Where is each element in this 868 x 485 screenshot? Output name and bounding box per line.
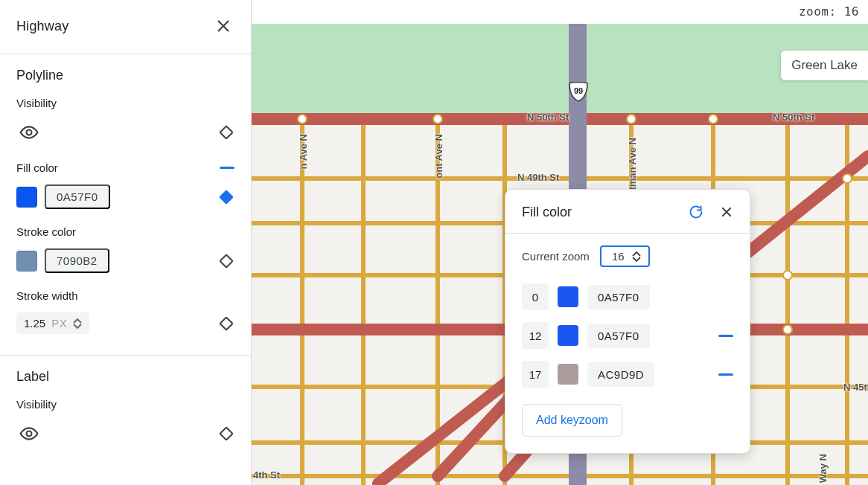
sidebar-header: Highway — [0, 0, 251, 54]
stroke-width-label: Stroke width — [16, 289, 234, 302]
diamond-icon — [219, 316, 234, 331]
fill-color-row: 0A57F0 — [16, 184, 234, 209]
zoom-label-text: zoom: — [799, 4, 837, 19]
strokewidth-keyzoom-toggle[interactable] — [218, 315, 234, 332]
popover-title: Fill color — [522, 205, 572, 220]
intersection-dot — [297, 114, 307, 124]
street-label: N 50th St — [773, 112, 814, 123]
polyline-heading: Polyline — [16, 68, 234, 83]
fill-color-swatch[interactable] — [16, 187, 37, 208]
keyzoom-row: 12 0A57F0 — [522, 322, 733, 349]
diamond-icon — [219, 254, 234, 269]
fill-keyzoom-toggle[interactable] — [218, 189, 234, 205]
intersection-dot — [842, 173, 852, 184]
popover-body: Current zoom 16 0 0A57F0 12 — [505, 234, 750, 453]
street-label: N 50th St — [527, 112, 569, 123]
add-keyzoom-button[interactable]: Add keyzoom — [522, 404, 622, 437]
intersection-dot — [433, 114, 443, 124]
keyzoom-swatch[interactable] — [558, 325, 578, 346]
svg-point-2 — [27, 130, 32, 135]
label-visibility-toggle[interactable] — [16, 421, 42, 446]
stroke-color-hex[interactable]: 7090B2 — [45, 248, 109, 273]
section-polyline: Polyline Visibility Fill color 0A57F0 — [0, 54, 251, 355]
keyzoom-indicator-icon — [718, 335, 733, 337]
label-keyzoom-toggle[interactable] — [218, 425, 234, 442]
keyzoom-hex[interactable]: 0A57F0 — [587, 285, 650, 309]
visibility-toggle[interactable] — [16, 120, 42, 145]
refresh-icon — [689, 205, 703, 219]
close-icon — [215, 18, 232, 34]
close-popover-button[interactable] — [717, 202, 736, 222]
visibility-label: Visibility — [16, 97, 234, 109]
place-chip[interactable]: Green Lake — [781, 51, 868, 80]
stroke-color-swatch[interactable] — [16, 251, 37, 272]
keyzoom-value[interactable]: 0 — [522, 283, 549, 310]
label-visibility-row — [16, 421, 234, 446]
map-header-strip — [252, 0, 868, 24]
diamond-icon — [219, 426, 234, 441]
svg-point-3 — [27, 431, 32, 437]
stepper-icon[interactable] — [632, 251, 641, 263]
eye-icon — [19, 123, 39, 142]
diamond-icon — [219, 125, 234, 140]
street-label: n Ave N — [298, 134, 309, 169]
current-zoom-label: Current zoom — [522, 250, 590, 263]
close-sidebar-button[interactable] — [212, 15, 234, 37]
keyzoom-value[interactable]: 12 — [522, 322, 549, 349]
keyzoom-value[interactable]: 17 — [522, 361, 549, 388]
stroke-width-row: 1.25 PX — [16, 312, 234, 334]
route-shield: 99 — [567, 80, 590, 103]
street-label: Way N — [817, 454, 829, 483]
diamond-filled-icon — [219, 190, 234, 205]
intersection-dot — [782, 270, 793, 280]
stroke-color-row: 7090B2 — [16, 248, 234, 273]
stroke-width-input[interactable]: 1.25 PX — [16, 312, 89, 334]
intersection-dot — [708, 114, 718, 124]
current-zoom-value: 16 — [612, 250, 625, 263]
stroke-width-value: 1.25 — [24, 317, 45, 330]
intersection-dot — [782, 324, 793, 335]
street-label: ont Ave N — [433, 134, 444, 179]
fill-color-indicator-icon — [220, 167, 234, 169]
popover-header: Fill color — [505, 190, 750, 233]
sidebar-title: Highway — [16, 19, 68, 34]
fill-color-label: Fill color — [16, 161, 58, 174]
stroke-width-unit: PX — [51, 317, 67, 330]
keyzoom-row: 17 AC9D9D — [522, 361, 733, 388]
fill-color-popover: Fill color Current zoom 16 — [505, 189, 750, 454]
eye-icon — [19, 424, 39, 443]
keyzoom-hex[interactable]: 0A57F0 — [587, 324, 650, 348]
fill-color-header: Fill color — [16, 161, 234, 174]
street-label: 4th St — [253, 469, 280, 481]
visibility-row — [16, 120, 234, 145]
keyzoom-swatch[interactable] — [558, 364, 578, 385]
keyzoom-swatch[interactable] — [558, 286, 578, 307]
stepper-icon[interactable] — [73, 318, 82, 330]
current-zoom-input[interactable]: 16 — [600, 245, 650, 267]
intersection-dot — [626, 114, 636, 124]
section-label: Label Visibility — [0, 356, 251, 467]
stroke-keyzoom-toggle[interactable] — [218, 253, 234, 269]
zoom-value: 16 — [844, 4, 859, 19]
visibility-keyzoom-toggle[interactable] — [218, 124, 234, 141]
label-visibility-label: Visibility — [16, 398, 234, 411]
street-label: N 45th St — [843, 382, 868, 393]
street-label: N 49th St — [517, 172, 559, 183]
keyzoom-indicator-icon — [718, 373, 733, 376]
map-canvas[interactable]: zoom: 16 — [252, 0, 868, 485]
svg-text:99: 99 — [574, 86, 583, 95]
sidebar: Highway Polyline Visibility Fill color — [0, 0, 252, 485]
close-icon — [720, 205, 733, 219]
label-heading: Label — [16, 369, 234, 385]
keyzoom-hex[interactable]: AC9D9D — [587, 362, 654, 387]
current-zoom-row: Current zoom 16 — [522, 245, 733, 267]
reset-button[interactable] — [686, 202, 706, 222]
zoom-readout: zoom: 16 — [799, 4, 859, 19]
keyzoom-row: 0 0A57F0 — [522, 283, 733, 310]
fill-color-hex[interactable]: 0A57F0 — [45, 184, 110, 209]
stroke-color-label: Stroke color — [16, 225, 234, 238]
